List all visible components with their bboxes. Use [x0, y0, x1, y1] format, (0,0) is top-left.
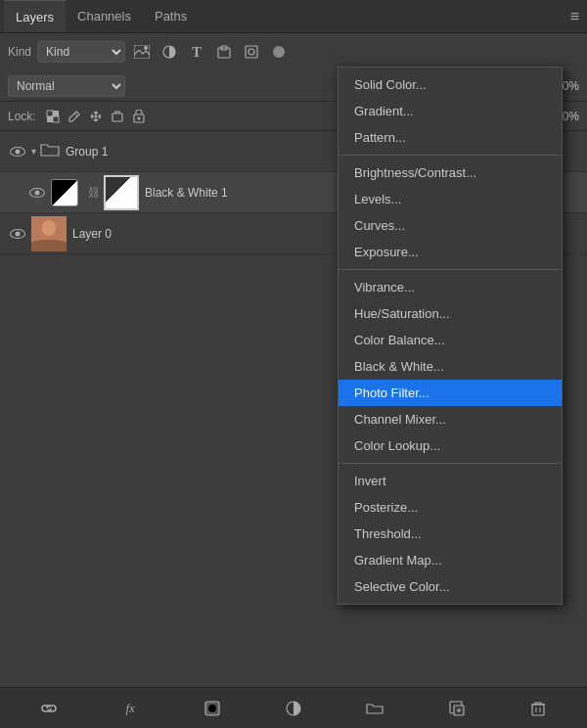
- menu-item-color-lookup[interactable]: Color Lookup...: [339, 432, 562, 459]
- menu-group-color: Vibrance... Hue/Saturation... Color Bala…: [339, 270, 562, 464]
- visibility-toggle[interactable]: [8, 224, 27, 244]
- menu-group-fills: Solid Color... Gradient... Pattern...: [339, 68, 562, 156]
- menu-item-pattern[interactable]: Pattern...: [339, 124, 562, 151]
- svg-point-1: [144, 46, 148, 50]
- artboard-lock-icon[interactable]: [109, 108, 126, 125]
- layer-name: Layer 0: [72, 227, 112, 241]
- brush-lock-icon[interactable]: [66, 108, 83, 125]
- menu-item-selective-color[interactable]: Selective Color...: [339, 573, 562, 600]
- delete-button[interactable]: [525, 696, 551, 721]
- fx-button[interactable]: fx: [117, 696, 143, 721]
- svg-rect-9: [53, 116, 59, 122]
- svg-point-7: [273, 46, 285, 58]
- mask-button[interactable]: [200, 696, 225, 721]
- menu-item-black-white[interactable]: Black & White...: [339, 353, 562, 380]
- panel-menu-icon[interactable]: ≡: [570, 8, 579, 25]
- eye-icon: [10, 147, 25, 157]
- menu-item-threshold[interactable]: Threshold...: [339, 521, 562, 547]
- menu-item-solid-color[interactable]: Solid Color...: [339, 71, 562, 98]
- folder-group-button[interactable]: [362, 696, 387, 721]
- link-button[interactable]: [36, 696, 62, 721]
- eye-icon: [10, 229, 25, 239]
- expand-arrow[interactable]: ▾: [31, 146, 36, 157]
- kind-select[interactable]: Kind: [37, 41, 125, 63]
- chain-icon[interactable]: ⛓: [88, 186, 100, 200]
- dropdown-menu: Solid Color... Gradient... Pattern... Br…: [338, 67, 563, 605]
- visibility-toggle[interactable]: [8, 142, 27, 161]
- layer-thumbnail: [31, 216, 67, 251]
- menu-item-gradient-map[interactable]: Gradient Map...: [339, 547, 562, 573]
- circle-half-icon[interactable]: [158, 41, 180, 63]
- svg-rect-11: [53, 111, 59, 116]
- menu-item-hue-saturation[interactable]: Hue/Saturation...: [339, 300, 562, 327]
- lock-label: Lock:: [8, 110, 36, 123]
- shape-icon[interactable]: [213, 41, 235, 63]
- svg-point-17: [208, 705, 216, 712]
- tab-channels[interactable]: Channels: [66, 0, 143, 32]
- svg-rect-10: [47, 116, 53, 122]
- svg-point-15: [137, 116, 140, 119]
- smart-obj-icon[interactable]: [241, 41, 262, 63]
- svg-line-12: [74, 114, 77, 116]
- layer-name: Group 1: [66, 145, 108, 159]
- svg-rect-8: [47, 111, 53, 116]
- eye-icon: [29, 188, 45, 198]
- tab-layers[interactable]: Layers: [4, 0, 66, 32]
- kind-label: Kind: [8, 45, 31, 59]
- transparency-lock-icon[interactable]: [44, 108, 62, 125]
- svg-rect-23: [532, 705, 544, 715]
- circle-solid-icon[interactable]: [268, 41, 290, 63]
- menu-group-tones: Brightness/Contrast... Levels... Curves.…: [339, 156, 562, 270]
- blend-mode-select[interactable]: Normal: [8, 75, 125, 97]
- svg-rect-5: [246, 46, 257, 58]
- tab-paths[interactable]: Paths: [143, 0, 199, 32]
- all-lock-icon[interactable]: [130, 108, 148, 125]
- kind-row: Kind Kind T: [0, 33, 587, 70]
- menu-item-color-balance[interactable]: Color Balance...: [339, 327, 562, 353]
- layer-name: Black & White 1: [145, 186, 228, 200]
- layer-thumbnail: [104, 175, 139, 210]
- folder-icon: [40, 142, 60, 160]
- menu-item-curves[interactable]: Curves...: [339, 212, 562, 239]
- menu-item-posterize[interactable]: Posterize...: [339, 494, 562, 521]
- menu-group-special: Invert Posterize... Threshold... Gradien…: [339, 464, 562, 604]
- adjustment-button[interactable]: [281, 696, 306, 721]
- menu-item-gradient[interactable]: Gradient...: [339, 98, 562, 124]
- svg-rect-13: [113, 114, 122, 121]
- menu-item-vibrance[interactable]: Vibrance...: [339, 274, 562, 300]
- menu-item-exposure[interactable]: Exposure...: [339, 239, 562, 265]
- svg-point-6: [248, 49, 254, 55]
- new-layer-button[interactable]: [444, 696, 470, 721]
- adjustment-layer-icon: [51, 179, 78, 206]
- panel-tabs: Layers Channels Paths ≡: [0, 0, 587, 33]
- menu-item-levels[interactable]: Levels...: [339, 186, 562, 212]
- menu-item-channel-mixer[interactable]: Channel Mixer...: [339, 406, 562, 432]
- panel-footer: fx: [0, 687, 587, 728]
- visibility-toggle[interactable]: [27, 183, 47, 203]
- text-icon[interactable]: T: [186, 41, 207, 63]
- menu-item-photo-filter[interactable]: Photo Filter...: [339, 380, 562, 406]
- menu-item-brightness-contrast[interactable]: Brightness/Contrast...: [339, 159, 562, 186]
- menu-item-invert[interactable]: Invert: [339, 468, 562, 494]
- image-icon[interactable]: [131, 41, 153, 63]
- move-lock-icon[interactable]: [87, 108, 105, 125]
